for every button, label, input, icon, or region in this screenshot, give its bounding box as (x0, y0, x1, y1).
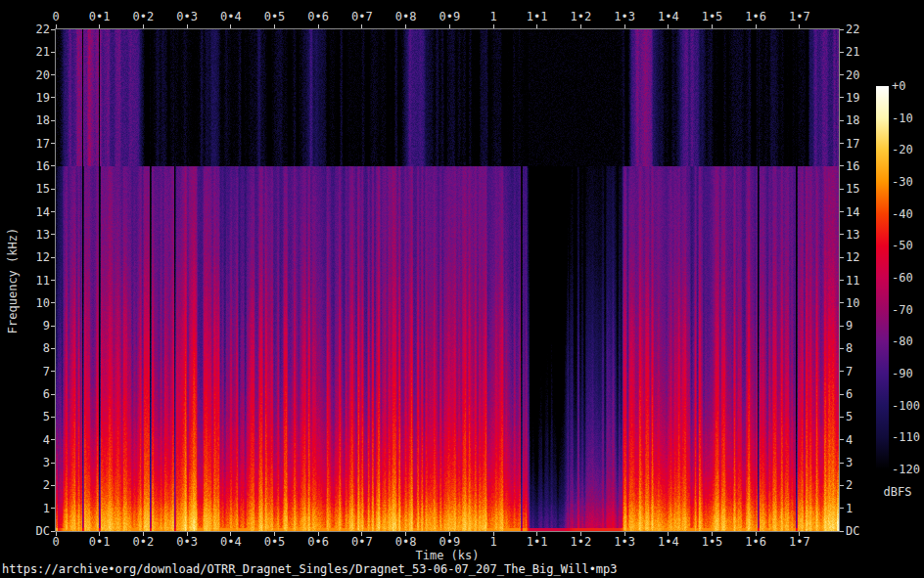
y-tick-mark (840, 257, 844, 258)
x-tick-mark (405, 24, 406, 28)
x-tick-label: 0•9 (439, 11, 460, 23)
y-tick-label: 10 (846, 296, 859, 309)
y-tick-mark (840, 165, 844, 166)
y-tick-mark (51, 508, 55, 509)
y-tick-label: 6 (846, 388, 853, 401)
y-tick-label: 2 (43, 479, 50, 492)
x-tick-mark (799, 24, 800, 28)
y-tick-label: DC (846, 525, 859, 538)
y-tick-label: 19 (846, 91, 859, 104)
x-tick-label: 1•1 (527, 11, 548, 23)
y-tick-mark (51, 371, 55, 372)
y-tick-mark (840, 394, 844, 395)
x-tick-label: 1•4 (658, 536, 679, 549)
y-tick-mark (840, 326, 844, 327)
x-tick-mark (624, 24, 625, 28)
y-tick-label: 14 (36, 205, 50, 218)
y-tick-label: 4 (846, 433, 853, 446)
x-tick-label: 0•6 (307, 11, 329, 23)
y-tick-mark (51, 280, 55, 281)
x-tick-mark (274, 24, 275, 28)
y-tick-label: 9 (43, 320, 50, 333)
x-tick-label: 1•6 (745, 11, 766, 23)
y-tick-label: 15 (846, 183, 859, 196)
x-tick-label: 0•1 (89, 536, 111, 549)
spectrogram-page: Frequency (kHz) 00•10•20•30•40•50•60•70•… (0, 0, 924, 578)
y-tick-mark (51, 257, 55, 258)
x-tick-label: 0•7 (351, 11, 373, 23)
colorbar-tick-label: -120 (892, 464, 920, 476)
colorbar-tick-label: -60 (892, 272, 913, 285)
x-tick-mark (712, 24, 713, 28)
y-tick-mark (51, 211, 55, 212)
y-tick-label: 13 (846, 228, 859, 241)
y-tick-label: 3 (43, 457, 50, 469)
y-tick-mark (51, 302, 55, 303)
y-tick-mark (840, 120, 844, 121)
y-tick-label: 4 (43, 433, 50, 446)
y-tick-mark (840, 508, 844, 509)
y-tick-label: 16 (846, 159, 859, 172)
x-tick-label: 0•4 (220, 11, 242, 23)
colorbar-gradient (876, 86, 889, 469)
y-tick-label: 3 (846, 457, 853, 469)
y-tick-mark (51, 348, 55, 349)
y-tick-label: 21 (36, 46, 50, 59)
colorbar-tick-label: -40 (892, 207, 913, 220)
x-tick-mark (493, 24, 494, 28)
x-tick-mark (361, 24, 362, 28)
x-tick-label: 1•4 (658, 11, 679, 23)
colorbar-unit-label: dBFS (878, 485, 917, 499)
x-tick-label: 0•8 (395, 536, 417, 549)
y-tick-mark (840, 29, 844, 30)
y-tick-label: 2 (846, 479, 853, 492)
y-tick-label: 17 (36, 137, 50, 150)
y-tick-mark (51, 120, 55, 121)
colorbar-tick-label: -70 (892, 303, 913, 316)
y-tick-mark (840, 189, 844, 190)
y-tick-mark (51, 234, 55, 235)
x-axis-title: Time (ks) (415, 549, 479, 562)
y-tick-label: 8 (43, 342, 50, 355)
x-tick-label: 0 (52, 536, 59, 549)
y-tick-mark (51, 326, 55, 327)
x-tick-mark (668, 24, 669, 28)
y-tick-label: 20 (846, 68, 859, 81)
y-tick-label: 17 (846, 137, 859, 150)
y-tick-mark (51, 394, 55, 395)
y-tick-label: 18 (36, 114, 50, 127)
y-tick-label: 13 (36, 228, 50, 241)
y-tick-mark (51, 531, 55, 532)
y-tick-label: 18 (846, 114, 859, 127)
y-tick-mark (51, 97, 55, 98)
y-tick-mark (51, 165, 55, 166)
y-tick-mark (51, 29, 55, 30)
x-tick-mark (536, 24, 537, 28)
x-tick-label: 0•1 (89, 11, 111, 23)
x-tick-label: 1•3 (614, 536, 635, 549)
y-tick-mark (840, 211, 844, 212)
colorbar-tick-label: -100 (892, 399, 920, 412)
y-tick-label: 20 (36, 68, 50, 81)
x-tick-label: 0•5 (264, 536, 286, 549)
y-tick-mark (840, 531, 844, 532)
y-tick-mark (51, 417, 55, 418)
y-tick-label: 10 (36, 296, 50, 309)
x-tick-label: 0•8 (395, 11, 417, 23)
x-tick-label: 1•1 (527, 536, 548, 549)
y-tick-mark (840, 371, 844, 372)
colorbar-tick-label: +0 (892, 80, 905, 93)
y-tick-mark (840, 439, 844, 440)
x-tick-mark (187, 24, 188, 28)
y-tick-mark (840, 302, 844, 303)
y-tick-label: 14 (846, 205, 859, 218)
x-tick-label: 0•6 (307, 536, 329, 549)
y-tick-mark (51, 52, 55, 53)
x-tick-label: 1•5 (702, 11, 723, 23)
y-tick-mark (51, 74, 55, 75)
x-tick-label: 0•2 (133, 11, 155, 23)
y-tick-label: 5 (846, 411, 853, 423)
y-tick-label: 6 (43, 388, 50, 401)
x-tick-label: 0•5 (264, 11, 286, 23)
y-tick-mark (840, 280, 844, 281)
